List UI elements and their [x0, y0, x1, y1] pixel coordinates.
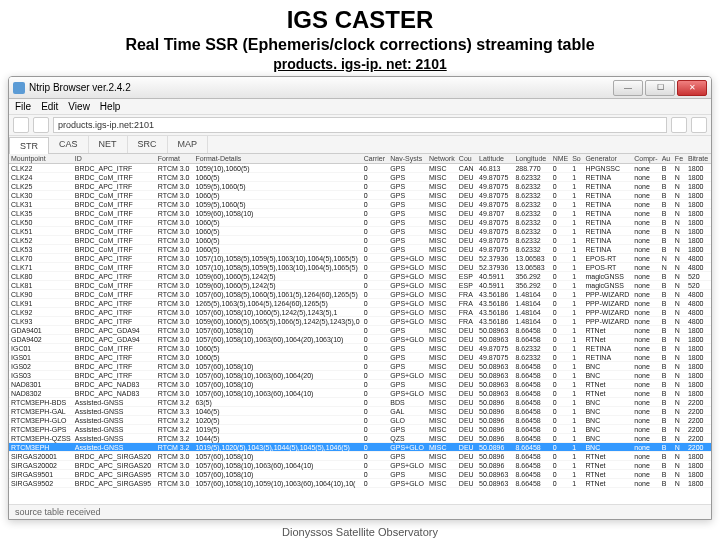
column-header[interactable]: Bitrate: [686, 154, 711, 164]
table-cell: N: [673, 272, 686, 281]
toolbar-stop-icon[interactable]: [691, 117, 707, 133]
table-cell: RTCM 3.2: [156, 434, 194, 443]
column-header[interactable]: Cou: [457, 154, 477, 164]
column-header[interactable]: Compr-: [632, 154, 659, 164]
toolbar-go-icon[interactable]: [671, 117, 687, 133]
table-row[interactable]: RTCM3EPH-GLOAssisted-GNSSRTCM 3.21020(5)…: [9, 416, 711, 425]
table-cell: MISC: [427, 254, 457, 263]
column-header[interactable]: Network: [427, 154, 457, 164]
column-header[interactable]: Nav-Systs: [388, 154, 427, 164]
column-header[interactable]: NME: [551, 154, 571, 164]
table-cell: 2200: [686, 398, 711, 407]
tab-map[interactable]: MAP: [168, 136, 209, 153]
table-row[interactable]: CLK30BRDC_CoM_ITRFRTCM 3.01060(5)0GPSMIS…: [9, 191, 711, 200]
url-input[interactable]: products.igs-ip.net:2101: [53, 117, 667, 133]
table-row[interactable]: CLK90BRDC_CoM_ITRFRTCM 3.01057(60),1058(…: [9, 290, 711, 299]
table-cell: 8.66458: [513, 389, 550, 398]
table-row[interactable]: RTCM3EPH-GPSAssisted-GNSSRTCM 3.21019(5)…: [9, 425, 711, 434]
table-row[interactable]: CLK25BRDC_APC_ITRFRTCM 3.01059(5),1060(5…: [9, 182, 711, 191]
table-row[interactable]: CLK80BRDC_APC_ITRFRTCM 3.01059(60),1060(…: [9, 272, 711, 281]
column-header[interactable]: So: [570, 154, 583, 164]
column-header[interactable]: Au: [660, 154, 673, 164]
tab-src[interactable]: SRC: [128, 136, 168, 153]
table-cell: B: [660, 407, 673, 416]
table-cell: 1800: [686, 452, 711, 461]
table-row[interactable]: CLK81BRDC_CoM_ITRFRTCM 3.01059(60),1060(…: [9, 281, 711, 290]
table-row[interactable]: IGS02BRDC_APC_ITRFRTCM 3.01057(60),1058(…: [9, 362, 711, 371]
table-row[interactable]: CLK53BRDC_CoM_ITRFRTCM 3.01060(5)0GPSMIS…: [9, 245, 711, 254]
column-header[interactable]: Fe: [673, 154, 686, 164]
table-row[interactable]: GDA9402BRDC_APC_GDA94RTCM 3.01057(60),10…: [9, 335, 711, 344]
table-cell: GPS+GLO: [388, 443, 427, 452]
table-cell: B: [660, 164, 673, 173]
table-cell: DEU: [457, 380, 477, 389]
table-row[interactable]: CLK22BRDC_APC_ITRFRTCM 3.01059(10),1060(…: [9, 164, 711, 173]
table-cell: 0: [362, 452, 389, 461]
table-cell: RTCM3EPH-GPS: [9, 425, 73, 434]
window-title: Ntrip Browser ver.2.4.2: [29, 82, 131, 93]
table-row[interactable]: NAD8301BRDC_APC_NAD83RTCM 3.01057(60),10…: [9, 380, 711, 389]
table-row[interactable]: GDA9401BRDC_APC_GDA94RTCM 3.01057(60),10…: [9, 326, 711, 335]
tab-str[interactable]: STR: [9, 137, 49, 154]
table-row[interactable]: RTCM3EPHAssisted-GNSSRTCM 3.21019(5),102…: [9, 443, 711, 452]
column-header[interactable]: Format: [156, 154, 194, 164]
toolbar-forward-icon[interactable]: [33, 117, 49, 133]
close-button[interactable]: ✕: [677, 80, 707, 96]
toolbar-back-icon[interactable]: [13, 117, 29, 133]
table-row[interactable]: CLK35BRDC_CoM_ITRFRTCM 3.01059(60),1058(…: [9, 209, 711, 218]
stream-table-wrap[interactable]: MountpointIDFormatFormat-DetailsCarrierN…: [9, 154, 711, 504]
table-row[interactable]: CLK70BRDC_APC_ITRFRTCM 3.01057(10),1058(…: [9, 254, 711, 263]
table-row[interactable]: SIRGAS20001BRDC_APC_SIRGAS20RTCM 3.01057…: [9, 452, 711, 461]
table-row[interactable]: CLK91BRDC_APC_ITRFRTCM 3.01265(5),1063(5…: [9, 299, 711, 308]
table-row[interactable]: SIRGAS9501BRDC_APC_SIRGAS95RTCM 3.01057(…: [9, 470, 711, 479]
table-row[interactable]: CLK51BRDC_CoM_ITRFRTCM 3.01060(5)0GPSMIS…: [9, 227, 711, 236]
menu-file[interactable]: File: [15, 101, 31, 112]
table-cell: none: [632, 443, 659, 452]
table-row[interactable]: NAD8302BRDC_APC_NAD83RTCM 3.01057(60),10…: [9, 389, 711, 398]
table-cell: MISC: [427, 416, 457, 425]
table-row[interactable]: CLK31BRDC_CoM_ITRFRTCM 3.01059(5),1060(5…: [9, 200, 711, 209]
slide-subtitle: Real Time SSR (Ephemeris/clock correctio…: [0, 36, 720, 54]
table-cell: B: [660, 245, 673, 254]
slide-link[interactable]: products. igs-ip. net: 2101: [0, 56, 720, 72]
table-row[interactable]: RTCM3EPH-QZSSAssisted-GNSSRTCM 3.21044(5…: [9, 434, 711, 443]
table-row[interactable]: IGC01BRDC_CoM_ITRFRTCM 3.01060(5)0GPSMIS…: [9, 344, 711, 353]
table-row[interactable]: CLK71BRDC_CoM_ITRFRTCM 3.01057(10),1058(…: [9, 263, 711, 272]
maximize-button[interactable]: ☐: [645, 80, 675, 96]
tab-cas[interactable]: CAS: [49, 136, 89, 153]
table-row[interactable]: SIRGAS9502BRDC_APC_SIRGAS95RTCM 3.01057(…: [9, 479, 711, 488]
table-cell: 2200: [686, 425, 711, 434]
tab-net[interactable]: NET: [89, 136, 128, 153]
column-header[interactable]: Carrier: [362, 154, 389, 164]
menu-edit[interactable]: Edit: [41, 101, 58, 112]
table-cell: DEU: [457, 173, 477, 182]
column-header[interactable]: Latitude: [477, 154, 513, 164]
column-header[interactable]: Generator: [583, 154, 632, 164]
table-row[interactable]: CLK92BRDC_APC_ITRFRTCM 3.01057(60),1058(…: [9, 308, 711, 317]
table-cell: N: [673, 254, 686, 263]
column-header[interactable]: Mountpoint: [9, 154, 73, 164]
table-row[interactable]: CLK24BRDC_CoM_ITRFRTCM 3.01060(5)0GPSMIS…: [9, 173, 711, 182]
table-row[interactable]: IGS03BRDC_APC_ITRFRTCM 3.01057(60),1058(…: [9, 371, 711, 380]
table-row[interactable]: RTCM3EPH-BDSAssisted-GNSSRTCM 3.263(5)0B…: [9, 398, 711, 407]
table-cell: MISC: [427, 353, 457, 362]
table-row[interactable]: IGS01BRDC_APC_ITRFRTCM 3.01060(5)0GPSMIS…: [9, 353, 711, 362]
table-cell: GPS: [388, 470, 427, 479]
table-row[interactable]: CLK50BRDC_CoM_ITRFRTCM 3.01060(5)0GPSMIS…: [9, 218, 711, 227]
table-cell: IGS01: [9, 353, 73, 362]
table-cell: DEU: [457, 209, 477, 218]
table-cell: N: [673, 308, 686, 317]
column-header[interactable]: Longitude: [513, 154, 550, 164]
table-row[interactable]: SIRGAS20002BRDC_APC_SIRGAS20RTCM 3.01057…: [9, 461, 711, 470]
minimize-button[interactable]: —: [613, 80, 643, 96]
table-row[interactable]: RTCM3EPH-GALAssisted-GNSSRTCM 3.31046(5)…: [9, 407, 711, 416]
column-header[interactable]: ID: [73, 154, 156, 164]
menu-help[interactable]: Help: [100, 101, 121, 112]
table-cell: MISC: [427, 326, 457, 335]
menu-view[interactable]: View: [68, 101, 90, 112]
column-header[interactable]: Format-Details: [193, 154, 361, 164]
table-row[interactable]: CLK52BRDC_CoM_ITRFRTCM 3.01060(5)0GPSMIS…: [9, 236, 711, 245]
table-cell: GPS: [388, 362, 427, 371]
table-cell: GPS+GLO: [388, 263, 427, 272]
table-row[interactable]: CLK93BRDC_APC_ITRFRTCM 3.01059(60),1060(…: [9, 317, 711, 326]
